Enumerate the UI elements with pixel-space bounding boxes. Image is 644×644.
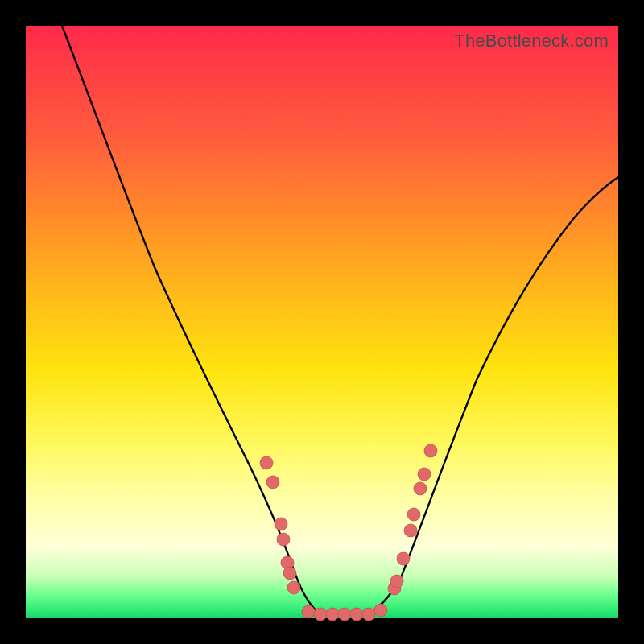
dot bbox=[407, 508, 420, 521]
dots-group bbox=[260, 444, 437, 621]
dot bbox=[374, 604, 387, 617]
chart-svg bbox=[26, 26, 618, 618]
dot bbox=[302, 605, 315, 618]
dot bbox=[275, 518, 287, 530]
dot bbox=[362, 608, 375, 621]
dot bbox=[326, 608, 339, 621]
dot bbox=[338, 608, 351, 621]
plot-area: TheBottleneck.com bbox=[26, 26, 618, 618]
dot bbox=[287, 581, 300, 594]
dot bbox=[266, 476, 279, 489]
dot bbox=[277, 533, 290, 546]
dot bbox=[390, 575, 403, 588]
dot bbox=[260, 456, 273, 469]
dot bbox=[418, 468, 431, 481]
dot bbox=[314, 608, 327, 621]
dot bbox=[404, 524, 417, 537]
dot bbox=[283, 567, 296, 580]
dot bbox=[350, 608, 363, 621]
bottleneck-curve bbox=[62, 26, 618, 614]
dot bbox=[424, 444, 437, 457]
outer-frame: TheBottleneck.com bbox=[0, 0, 644, 644]
dot bbox=[414, 482, 427, 495]
dot bbox=[397, 552, 410, 565]
